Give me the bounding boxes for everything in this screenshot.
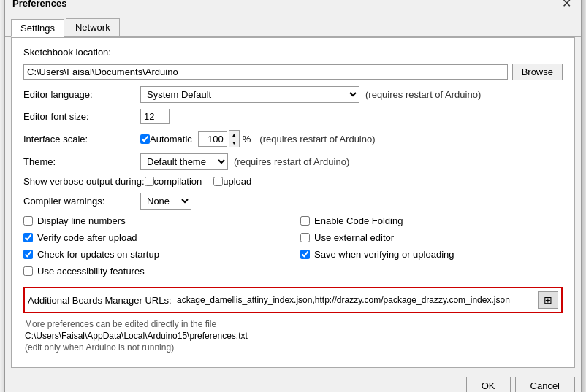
- use-external-editor-checkbox[interactable]: [300, 233, 310, 242]
- sketchbook-path-row: Browse: [23, 64, 563, 80]
- theme-select[interactable]: Default theme: [140, 153, 228, 170]
- checkbox-verify-code: Verify code after upload: [23, 232, 286, 243]
- sketchbook-label: Sketchbook location:: [23, 47, 140, 58]
- title-bar: Preferences ✕: [5, 0, 581, 15]
- save-when-verifying-checkbox[interactable]: [300, 250, 310, 259]
- footer-path: C:\Users\Faisal\AppData\Local\Arduino15\…: [23, 331, 563, 341]
- editor-language-row: Editor language: System Default (require…: [23, 86, 563, 103]
- enable-code-folding-label: Enable Code Folding: [314, 215, 403, 226]
- footer-note: (edit only when Arduino is not running): [23, 342, 563, 353]
- theme-note: (requires restart of Arduino): [234, 156, 349, 167]
- accessibility-checkbox[interactable]: [23, 266, 33, 276]
- spinner-down[interactable]: ▼: [229, 139, 239, 147]
- verbose-compilation-label: compilation: [154, 176, 202, 187]
- display-line-numbers-label: Display line numbers: [37, 215, 126, 226]
- boards-manager-row: Additional Boards Manager URLs: ⊞: [23, 287, 563, 313]
- verbose-compilation-checkbox[interactable]: [145, 177, 154, 186]
- display-line-numbers-checkbox[interactable]: [23, 216, 33, 226]
- tab-network[interactable]: Network: [66, 18, 120, 36]
- compiler-warnings-label: Compiler warnings:: [23, 196, 140, 207]
- sketchbook-row: Sketchbook location:: [23, 47, 563, 58]
- tabs-bar: Settings Network: [5, 15, 581, 37]
- verify-code-checkbox[interactable]: [23, 233, 33, 242]
- enable-code-folding-checkbox[interactable]: [300, 216, 310, 226]
- auto-scale-checkbox[interactable]: [140, 134, 150, 144]
- cancel-button[interactable]: Cancel: [515, 377, 575, 392]
- compiler-warnings-row: Compiler warnings: None: [23, 193, 563, 210]
- checkbox-use-external-editor: Use external editor: [300, 232, 563, 243]
- boards-manager-icon: ⊞: [544, 294, 552, 306]
- font-size-input[interactable]: [140, 109, 170, 124]
- boards-manager-button[interactable]: ⊞: [538, 291, 558, 309]
- dialog-buttons: OK Cancel: [5, 374, 581, 392]
- interface-scale-note: (requires restart of Arduino): [259, 134, 375, 145]
- verbose-upload-checkbox[interactable]: [213, 177, 223, 186]
- theme-label: Theme:: [23, 156, 140, 167]
- close-button[interactable]: ✕: [559, 0, 574, 10]
- sketchbook-input[interactable]: [23, 64, 508, 80]
- checkbox-display-line-numbers: Display line numbers: [23, 215, 286, 226]
- tab-settings[interactable]: Settings: [11, 19, 64, 37]
- preferences-dialog: Preferences ✕ Settings Network Sketchboo…: [4, 0, 582, 392]
- compiler-warnings-select[interactable]: None: [140, 193, 191, 210]
- interface-scale-label: Interface scale:: [23, 134, 140, 145]
- check-updates-checkbox[interactable]: [23, 250, 33, 259]
- checkbox-enable-code-folding: Enable Code Folding: [300, 215, 563, 226]
- editor-font-size-row: Editor font size:: [23, 109, 563, 124]
- save-when-verifying-label: Save when verifying or uploading: [314, 249, 454, 260]
- verbose-upload-label: upload: [223, 176, 251, 187]
- editor-language-label: Editor language:: [23, 89, 140, 100]
- ok-button[interactable]: OK: [466, 377, 511, 392]
- theme-row: Theme: Default theme (requires restart o…: [23, 153, 563, 170]
- checkbox-check-updates: Check for updates on startup: [23, 249, 286, 260]
- use-external-editor-label: Use external editor: [314, 232, 394, 243]
- verbose-label: Show verbose output during:: [23, 176, 145, 187]
- dialog-title: Preferences: [12, 0, 66, 9]
- scale-input[interactable]: [198, 131, 227, 147]
- verbose-row: Show verbose output during: compilation …: [23, 176, 563, 187]
- checkbox-save-when-verifying: Save when verifying or uploading: [300, 249, 563, 260]
- spinner-up[interactable]: ▲: [229, 131, 239, 139]
- editor-language-note: (requires restart of Arduino): [365, 89, 481, 100]
- boards-manager-label: Additional Boards Manager URLs:: [28, 295, 174, 306]
- accessibility-label: Use accessibility features: [37, 266, 145, 277]
- auto-scale-label: Automatic: [150, 134, 192, 145]
- editor-font-size-label: Editor font size:: [23, 111, 140, 122]
- check-updates-label: Check for updates on startup: [37, 249, 159, 260]
- settings-panel: Sketchbook location: Browse Editor langu…: [11, 37, 575, 368]
- footer-text: More preferences can be edited directly …: [23, 319, 563, 329]
- scale-controls: Automatic ▲ ▼ % (requires restart of Ard…: [140, 130, 376, 147]
- scale-percent: %: [243, 134, 251, 145]
- browse-button[interactable]: Browse: [512, 64, 563, 80]
- checkboxes-grid: Display line numbers Enable Code Folding…: [23, 215, 563, 280]
- editor-language-select[interactable]: System Default: [140, 86, 359, 103]
- verify-code-label: Verify code after upload: [37, 232, 137, 243]
- boards-manager-input[interactable]: [174, 293, 538, 307]
- checkbox-accessibility: Use accessibility features: [23, 266, 286, 277]
- interface-scale-row: Interface scale: Automatic ▲ ▼ % (requir…: [23, 130, 563, 147]
- scale-spinner[interactable]: ▲ ▼: [229, 130, 240, 147]
